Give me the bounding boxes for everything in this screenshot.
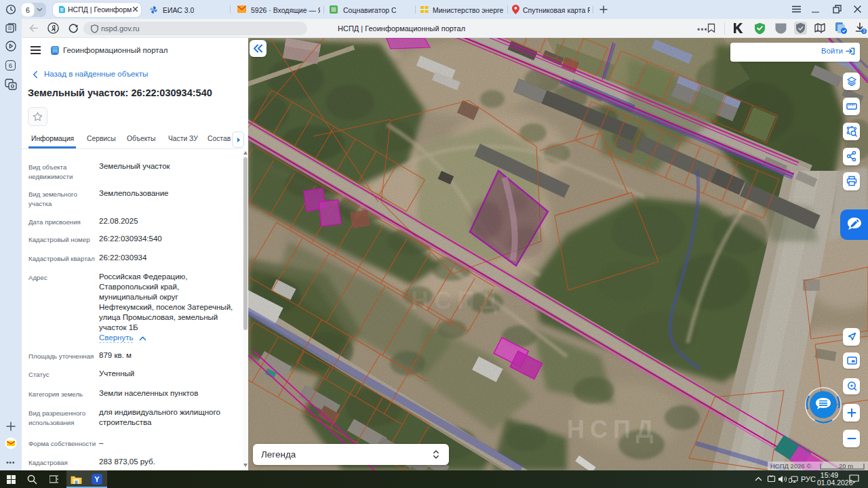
svg-text:3: 3 [863, 28, 865, 33]
svg-text:НСПД: НСПД [411, 287, 503, 314]
svg-text:20 m: 20 m [839, 463, 853, 470]
svg-text:НСПД: НСПД [567, 415, 659, 443]
